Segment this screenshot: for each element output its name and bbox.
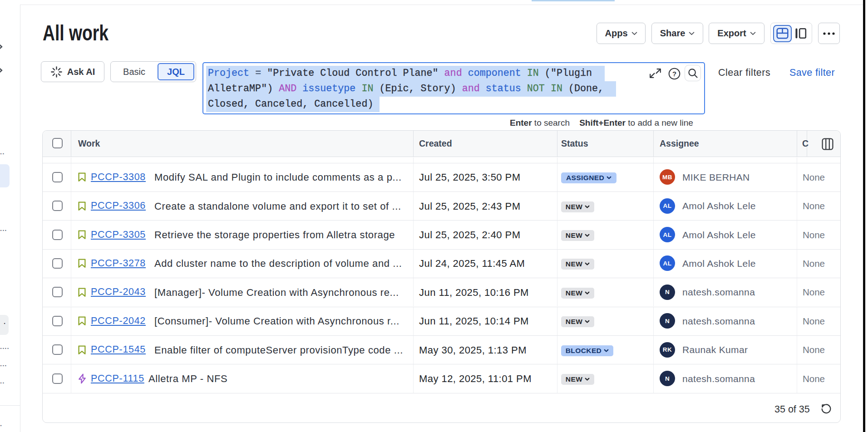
svg-text:?: ? — [672, 70, 676, 78]
